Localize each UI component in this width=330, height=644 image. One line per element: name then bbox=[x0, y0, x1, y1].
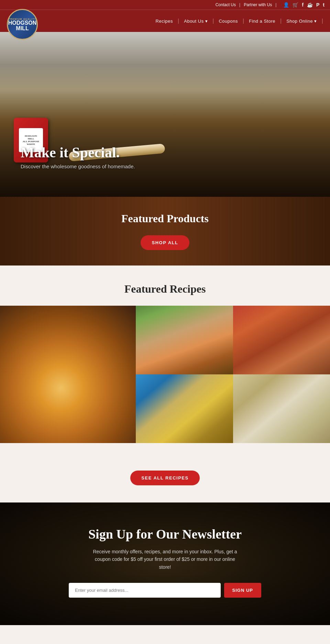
newsletter-title: Sign Up for Our Newsletter bbox=[88, 527, 242, 542]
twitter-icon[interactable]: t bbox=[323, 2, 324, 8]
logo-brand-1: HODGSON bbox=[8, 20, 37, 26]
hero-subtitle: Discover the wholesome goodness of homem… bbox=[21, 163, 135, 169]
nav-sep-5: | bbox=[322, 18, 323, 24]
nav-recipes[interactable]: Recipes bbox=[151, 19, 178, 24]
navbar: PREMIUM QUALITY HODGSON MILL Recipes | A… bbox=[0, 10, 330, 32]
top-bar: Contact Us | Partner with Us | 👤 🛒 f ☕ P… bbox=[0, 0, 330, 10]
hero-overlay bbox=[0, 32, 330, 197]
featured-products-title: Featured Products bbox=[121, 212, 209, 225]
contact-us-link[interactable]: Contact Us bbox=[216, 2, 236, 7]
nav-shop-online[interactable]: Shop Online ▾ bbox=[282, 19, 322, 24]
partner-with-us-link[interactable]: Partner with Us bbox=[244, 2, 272, 7]
see-all-recipes-area: SEE ALL RECIPES bbox=[0, 457, 330, 502]
nav-find-store[interactable]: Find a Store bbox=[244, 19, 280, 24]
featured-products-section: Featured Products SHOP ALL bbox=[0, 197, 330, 265]
recipe-muffin[interactable] bbox=[233, 374, 330, 443]
recipe-cornbread[interactable] bbox=[136, 374, 233, 443]
newsletter-section: Sign Up for Our Newsletter Receive month… bbox=[0, 502, 330, 625]
recipe-grid bbox=[0, 306, 330, 443]
recipe-pancakes[interactable] bbox=[0, 306, 136, 443]
email-input[interactable] bbox=[69, 583, 221, 598]
signup-button[interactable]: SIGN UP bbox=[224, 583, 261, 598]
pinterest-icon[interactable]: P bbox=[316, 2, 319, 8]
nav-about[interactable]: About Us ▾ bbox=[179, 19, 212, 24]
top-icons: 👤 🛒 f ☕ P t bbox=[283, 2, 324, 8]
nav-coupons[interactable]: Coupons bbox=[214, 19, 243, 24]
newsletter-description: Receive monthly offers, recipes, and mor… bbox=[93, 548, 237, 571]
recipe-right-grid bbox=[136, 306, 330, 443]
top-divider-1: | bbox=[239, 2, 240, 7]
instagram-icon[interactable]: ☕ bbox=[307, 2, 313, 8]
top-divider-2: | bbox=[275, 2, 276, 7]
see-all-recipes-button[interactable]: SEE ALL RECIPES bbox=[130, 471, 199, 485]
nav-links: Recipes | About Us ▾ | Coupons | Find a … bbox=[151, 18, 323, 24]
recipe-smoothie[interactable] bbox=[136, 306, 233, 374]
hero-section: HODGSONMILLALL PURPOSEWHITE Make it Spec… bbox=[0, 32, 330, 197]
email-form: SIGN UP bbox=[69, 583, 261, 598]
recipe-bacon-rolls[interactable] bbox=[233, 306, 330, 374]
user-icon[interactable]: 👤 bbox=[283, 2, 289, 8]
logo-area[interactable]: PREMIUM QUALITY HODGSON MILL bbox=[7, 2, 38, 40]
hero-text: Make it Special. Discover the wholesome … bbox=[21, 144, 135, 169]
logo[interactable]: PREMIUM QUALITY HODGSON MILL bbox=[7, 9, 38, 40]
hero-title: Make it Special. bbox=[21, 144, 135, 161]
logo-brand-2: MILL bbox=[16, 26, 29, 31]
featured-recipes-section: Featured Recipes bbox=[0, 265, 330, 457]
cart-icon[interactable]: 🛒 bbox=[293, 2, 298, 8]
featured-recipes-title: Featured Recipes bbox=[0, 283, 330, 295]
facebook-icon[interactable]: f bbox=[302, 2, 304, 8]
shop-all-button[interactable]: SHOP ALL bbox=[141, 235, 189, 250]
